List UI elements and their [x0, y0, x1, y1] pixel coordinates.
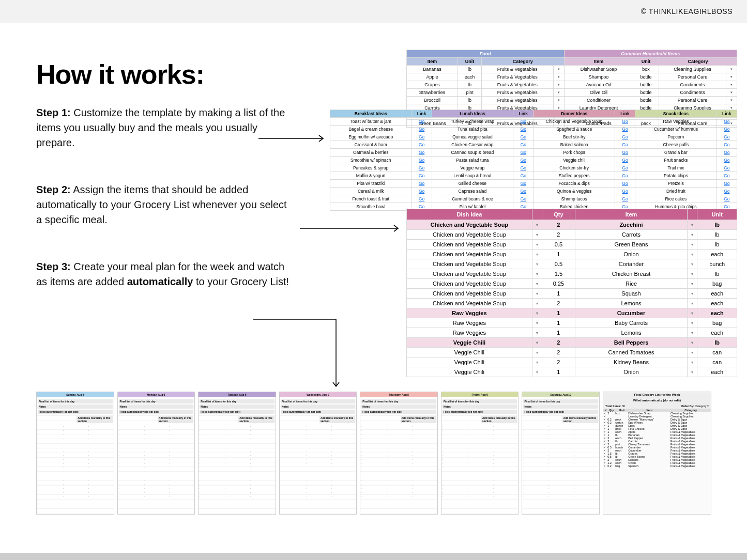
dropdown-icon[interactable]: ▾: [532, 338, 542, 348]
dropdown-icon[interactable]: ▾: [688, 240, 697, 250]
dropdown-icon[interactable]: ▾: [688, 230, 697, 240]
go-link[interactable]: Go: [513, 126, 533, 133]
go-link[interactable]: Go: [411, 188, 432, 195]
dropdown-icon[interactable]: ▾: [726, 66, 737, 73]
go-link[interactable]: Go: [615, 118, 635, 126]
go-link[interactable]: Go: [513, 149, 533, 157]
go-link[interactable]: Go: [615, 149, 635, 157]
dropdown-icon[interactable]: ▾: [688, 318, 697, 328]
go-link[interactable]: Go: [513, 157, 533, 164]
go-link[interactable]: Go: [513, 180, 533, 188]
dropdown-icon[interactable]: ▾: [688, 289, 697, 299]
dropdown-icon[interactable]: ▾: [532, 318, 542, 328]
idea-cell: Rice cakes: [635, 195, 716, 203]
dropdown-icon[interactable]: ▾: [553, 73, 564, 81]
go-link[interactable]: Go: [513, 118, 533, 126]
dropdown-icon[interactable]: ▾: [532, 357, 542, 367]
dropdown-icon[interactable]: ▾: [688, 348, 697, 357]
dropdown-icon[interactable]: ▾: [688, 259, 697, 269]
food-cat: Fruits & Vegetables: [481, 97, 553, 104]
dropdown-icon[interactable]: ▾: [553, 81, 564, 89]
go-link[interactable]: Go: [615, 188, 635, 195]
go-link[interactable]: Go: [615, 141, 635, 149]
go-link[interactable]: Go: [716, 172, 737, 180]
day-header: Friday, Aug 9: [441, 392, 519, 397]
dropdown-icon[interactable]: ▾: [688, 279, 697, 289]
dropdown-icon[interactable]: ▾: [532, 289, 542, 299]
dish-item: Zucchini: [575, 220, 687, 230]
go-link[interactable]: Go: [411, 149, 432, 157]
dish-item: Rice: [575, 279, 687, 289]
go-link[interactable]: Go: [716, 133, 737, 141]
dropdown-icon[interactable]: ▾: [726, 97, 737, 104]
go-link[interactable]: Go: [513, 133, 533, 141]
go-link[interactable]: Go: [513, 188, 533, 195]
dropdown-icon[interactable]: ▾: [532, 269, 542, 279]
dropdown-icon[interactable]: ▾: [553, 97, 564, 104]
go-link[interactable]: Go: [716, 157, 737, 164]
go-link[interactable]: Go: [615, 172, 635, 180]
go-link[interactable]: Go: [716, 149, 737, 157]
day-sheet: Tuesday, Aug 6 Final list of items for t…: [198, 392, 276, 515]
dropdown-icon[interactable]: ▾: [532, 348, 542, 357]
go-link[interactable]: Go: [411, 133, 432, 141]
dropdown-icon[interactable]: ▾: [688, 299, 697, 308]
dropdown-icon[interactable]: ▾: [688, 269, 697, 279]
food-cat: Fruits & Vegetables: [481, 66, 553, 73]
idea-cell: Spaghetti & sauce: [533, 126, 615, 133]
dish-unit: can: [697, 348, 737, 357]
dropdown-icon[interactable]: ▾: [688, 328, 697, 338]
go-link[interactable]: Go: [411, 157, 432, 164]
go-link[interactable]: Go: [716, 164, 737, 172]
go-link[interactable]: Go: [411, 172, 432, 180]
dropdown-icon[interactable]: ▾: [726, 81, 737, 89]
food-unit: lb: [458, 66, 482, 73]
dropdown-icon[interactable]: ▾: [726, 73, 737, 81]
dropdown-icon[interactable]: ▾: [532, 299, 542, 308]
dropdown-icon[interactable]: ▾: [726, 89, 737, 97]
go-link[interactable]: Go: [513, 195, 533, 203]
go-link[interactable]: Go: [411, 195, 432, 203]
dropdown-icon[interactable]: ▾: [688, 220, 697, 230]
go-link[interactable]: Go: [411, 118, 432, 126]
dropdown-icon[interactable]: ▾: [688, 250, 697, 259]
go-link[interactable]: Go: [615, 164, 635, 172]
go-link[interactable]: Go: [513, 164, 533, 172]
dropdown-icon[interactable]: ▾: [532, 250, 542, 259]
go-link[interactable]: Go: [615, 180, 635, 188]
dropdown-icon[interactable]: ▾: [532, 220, 542, 230]
go-link[interactable]: Go: [513, 172, 533, 180]
dropdown-icon[interactable]: ▾: [688, 357, 697, 367]
dropdown-icon[interactable]: ▾: [553, 89, 564, 97]
dropdown-icon[interactable]: ▾: [532, 328, 542, 338]
dropdown-icon[interactable]: ▾: [532, 240, 542, 250]
go-link[interactable]: Go: [615, 157, 635, 164]
day-sheet: Saturday, Aug 10 Final list of items for…: [522, 392, 600, 515]
dropdown-icon[interactable]: ▾: [532, 279, 542, 289]
go-link[interactable]: Go: [411, 141, 432, 149]
go-link[interactable]: Go: [716, 188, 737, 195]
dropdown-icon[interactable]: ▾: [532, 259, 542, 269]
dropdown-icon[interactable]: ▾: [553, 66, 564, 73]
dropdown-icon[interactable]: ▾: [688, 338, 697, 348]
go-link[interactable]: Go: [411, 164, 432, 172]
go-link[interactable]: Go: [716, 126, 737, 133]
go-link[interactable]: Go: [716, 195, 737, 203]
go-link[interactable]: Go: [513, 141, 533, 149]
go-link[interactable]: Go: [615, 195, 635, 203]
dropdown-icon[interactable]: ▾: [532, 308, 542, 318]
dropdown-icon[interactable]: ▾: [532, 367, 542, 377]
go-link[interactable]: Go: [716, 180, 737, 188]
dropdown-icon[interactable]: ▾: [532, 230, 542, 240]
go-link[interactable]: Go: [716, 141, 737, 149]
food-cat: Fruits & Vegetables: [481, 89, 553, 97]
dropdown-icon[interactable]: ▾: [688, 367, 697, 377]
go-link[interactable]: Go: [716, 118, 737, 126]
idea-cell: Fruit snacks: [635, 157, 716, 164]
go-link[interactable]: Go: [615, 133, 635, 141]
dropdown-icon[interactable]: ▾: [688, 308, 697, 318]
idea-cell: Smoothie bowl: [330, 203, 411, 211]
go-link[interactable]: Go: [411, 180, 432, 188]
go-link[interactable]: Go: [615, 126, 635, 133]
go-link[interactable]: Go: [411, 126, 432, 133]
